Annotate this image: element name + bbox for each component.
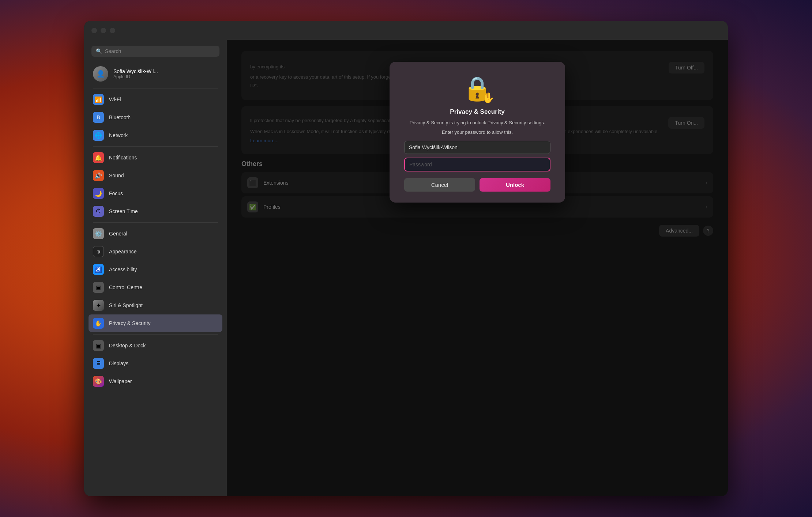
user-item[interactable]: 👤 Sofia Wyciślik-Wil... Apple ID	[89, 63, 222, 85]
sidebar-label-screentime: Screen Time	[109, 208, 138, 214]
sidebar-label-sound: Sound	[109, 173, 124, 178]
titlebar	[84, 21, 728, 40]
search-icon: 🔍	[96, 48, 102, 54]
sidebar-item-siri[interactable]: ✦ Siri & Spotlight	[89, 297, 222, 314]
sidebar-label-wallpaper: Wallpaper	[109, 378, 132, 384]
sidebar-item-wallpaper[interactable]: 🎨 Wallpaper	[89, 373, 222, 390]
dialog-prompt: Enter your password to allow this.	[442, 129, 513, 135]
sidebar-item-bluetooth[interactable]: B Bluetooth	[89, 109, 222, 126]
sidebar-item-privacy[interactable]: ✋ Privacy & Security	[89, 314, 222, 332]
accessibility-icon: ♿	[93, 264, 104, 275]
sidebar-label-notifications: Notifications	[109, 155, 137, 161]
desktop-icon: ▣	[93, 340, 104, 351]
sidebar-label-network: Network	[109, 132, 128, 138]
unlock-dialog: 🔒✋ Privacy & Security Privacy & Security…	[390, 62, 565, 203]
network-icon: 🌐	[93, 130, 104, 141]
sound-icon: 🔊	[93, 170, 104, 181]
sidebar-label-appearance: Appearance	[109, 249, 137, 254]
minimize-button[interactable]	[101, 28, 106, 33]
sidebar-item-wifi[interactable]: 📶 Wi-Fi	[89, 91, 222, 108]
dialog-title: Privacy & Security	[450, 108, 504, 116]
wifi-icon: 📶	[93, 94, 104, 105]
sidebar-divider-3	[93, 222, 218, 223]
username-input[interactable]	[404, 141, 550, 154]
wallpaper-icon: 🎨	[93, 376, 104, 387]
search-placeholder: Search	[105, 48, 121, 54]
sidebar-divider-2	[93, 146, 218, 147]
notifications-icon: 🔔	[93, 152, 104, 163]
sidebar-label-privacy: Privacy & Security	[109, 320, 151, 326]
sidebar-item-focus[interactable]: 🌙 Focus	[89, 185, 222, 202]
sidebar-label-siri: Siri & Spotlight	[109, 302, 143, 308]
screentime-icon: ⏱	[93, 206, 104, 217]
search-container: 🔍 Search	[84, 46, 227, 63]
close-button[interactable]	[91, 28, 97, 33]
main-window: 🔍 Search 👤 Sofia Wyciślik-Wil... Apple I…	[84, 21, 728, 496]
sidebar-label-general: General	[109, 231, 127, 237]
bluetooth-icon: B	[93, 112, 104, 123]
sidebar-item-general[interactable]: ⚙️ General	[89, 225, 222, 242]
main-content: by encrypting its or a recovery key to a…	[227, 40, 728, 496]
sidebar-item-sound[interactable]: 🔊 Sound	[89, 167, 222, 184]
sidebar-label-bluetooth: Bluetooth	[109, 114, 131, 120]
avatar: 👤	[93, 66, 108, 82]
dialog-lock-icon: 🔒✋	[463, 75, 492, 102]
sidebar-item-appearance[interactable]: ◑ Appearance	[89, 243, 222, 260]
sidebar-label-desktop: Desktop & Dock	[109, 343, 146, 348]
sidebar-item-network[interactable]: 🌐 Network	[89, 127, 222, 144]
dialog-subtitle: Privacy & Security is trying to unlock P…	[410, 119, 545, 127]
sidebar-label-controlcentre: Control Centre	[109, 284, 142, 290]
search-bar[interactable]: 🔍 Search	[91, 46, 219, 57]
maximize-button[interactable]	[110, 28, 115, 33]
privacy-icon: ✋	[93, 318, 104, 329]
sidebar-label-wifi: Wi-Fi	[109, 97, 121, 102]
sidebar-divider-4	[93, 334, 218, 335]
dialog-overlay: 🔒✋ Privacy & Security Privacy & Security…	[227, 40, 728, 496]
sidebar-item-displays[interactable]: 🖥 Displays	[89, 355, 222, 372]
appearance-icon: ◑	[93, 246, 104, 257]
siri-icon: ✦	[93, 300, 104, 311]
window-body: 🔍 Search 👤 Sofia Wyciślik-Wil... Apple I…	[84, 40, 728, 496]
sidebar-item-desktop[interactable]: ▣ Desktop & Dock	[89, 337, 222, 354]
dialog-buttons: Cancel Unlock	[404, 178, 550, 192]
sidebar-label-displays: Displays	[109, 361, 128, 366]
sidebar-item-controlcentre[interactable]: ▣ Control Centre	[89, 279, 222, 296]
sidebar-label-accessibility: Accessibility	[109, 267, 137, 272]
user-name: Sofia Wyciślik-Wil...	[113, 68, 158, 74]
focus-icon: 🌙	[93, 188, 104, 199]
sidebar-item-accessibility[interactable]: ♿ Accessibility	[89, 261, 222, 278]
sidebar-item-notifications[interactable]: 🔔 Notifications	[89, 149, 222, 166]
general-icon: ⚙️	[93, 228, 104, 239]
unlock-button[interactable]: Unlock	[480, 178, 550, 192]
user-info: Sofia Wyciślik-Wil... Apple ID	[113, 68, 158, 79]
cancel-button[interactable]: Cancel	[404, 178, 475, 192]
sidebar-divider-1	[93, 88, 218, 88]
displays-icon: 🖥	[93, 358, 104, 369]
controlcentre-icon: ▣	[93, 282, 104, 293]
sidebar-item-screentime[interactable]: ⏱ Screen Time	[89, 203, 222, 220]
sidebar: 🔍 Search 👤 Sofia Wyciślik-Wil... Apple I…	[84, 40, 227, 496]
user-section: 👤 Sofia Wyciślik-Wil... Apple ID 📶 Wi-Fi…	[84, 63, 227, 390]
sidebar-label-focus: Focus	[109, 190, 123, 196]
password-input[interactable]	[404, 158, 550, 171]
user-subtitle: Apple ID	[113, 74, 158, 79]
